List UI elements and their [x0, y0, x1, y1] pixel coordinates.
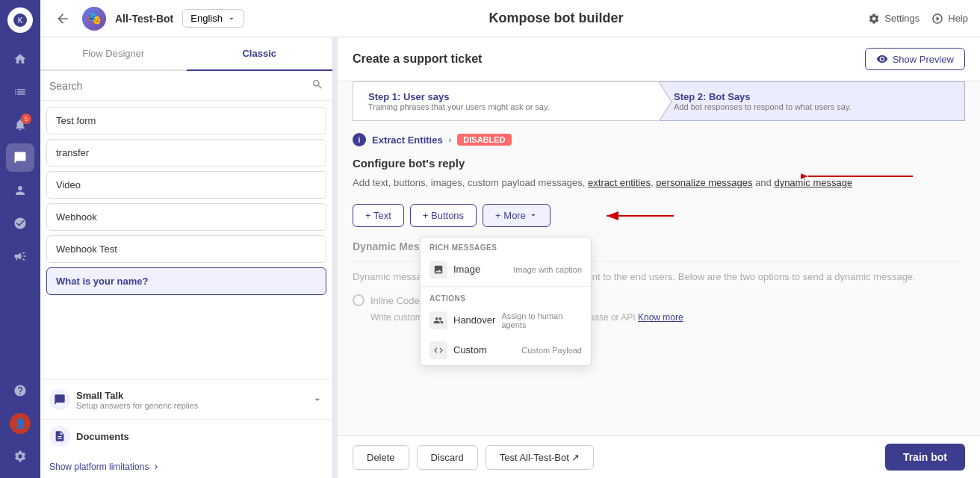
search-icon	[311, 78, 323, 93]
handover-desc: Assign to human agents	[501, 311, 582, 329]
search-bar	[40, 71, 332, 101]
search-input[interactable]	[49, 80, 306, 92]
test-btn-label: Test All-Test-Bot ↗	[500, 452, 580, 463]
delete-button[interactable]: Delete	[353, 445, 409, 470]
red-arrow-annotation	[592, 201, 681, 231]
buttons-button[interactable]: + Buttons	[410, 204, 477, 227]
image-icon	[429, 261, 447, 279]
tab-classic[interactable]: Classic	[187, 37, 333, 71]
language-label: English	[190, 13, 223, 24]
steps-bar: Step 1: User says Training phrases that …	[353, 81, 965, 121]
step-1-box[interactable]: Step 1: User says Training phrases that …	[353, 81, 659, 121]
nav-conversations[interactable]	[6, 143, 34, 172]
custom-icon	[429, 341, 447, 359]
documents-icon	[49, 426, 70, 447]
nav-notifications[interactable]: 5	[6, 111, 34, 139]
show-platform-limitations[interactable]: Show platform limitations	[40, 456, 332, 478]
step1-desc: Training phrases that your users might a…	[368, 102, 644, 111]
content-area: Flow Designer Classic Test form transfer…	[40, 37, 980, 478]
back-button[interactable]	[52, 8, 73, 29]
notification-badge: 5	[21, 114, 31, 124]
nav-bots[interactable]	[6, 209, 34, 238]
info-icon: i	[353, 133, 366, 146]
settings-label: Settings	[884, 13, 919, 24]
nav-reports[interactable]	[6, 376, 34, 405]
nav-settings[interactable]	[6, 442, 34, 471]
small-talk-header[interactable]: Small Talk Setup answers for generic rep…	[49, 389, 323, 410]
custom-desc: Custom Payload	[521, 346, 582, 355]
configure-title: Configure bot's reply	[353, 157, 965, 170]
dynamic-message-link[interactable]: dynamic message	[774, 177, 852, 188]
text-button[interactable]: + Text	[353, 204, 404, 227]
small-talk-sub: Setup answers for generic replies	[76, 401, 306, 410]
bot-name: All-Test-Bot	[115, 13, 173, 25]
panel-content: i Extract Entities › DISABLED Configure …	[338, 133, 980, 435]
main-panel: Create a support ticket Show Preview Ste…	[338, 37, 980, 478]
step2-title: Step 2: Bot Says	[674, 91, 949, 102]
app-logo[interactable]: K	[7, 7, 33, 33]
intent-item-webhook[interactable]: Webhook	[46, 203, 326, 231]
step1-title: Step 1: User says	[368, 91, 644, 102]
personalize-link[interactable]: personalize messages	[656, 177, 752, 188]
image-label: Image	[453, 264, 507, 275]
buttons-btn-label: + Buttons	[423, 210, 464, 221]
disabled-badge: DISABLED	[457, 134, 511, 146]
intent-list: Test form transfer Video Webhook Webhook…	[40, 101, 332, 379]
header-actions: Settings Help	[868, 13, 968, 25]
configure-desc: Add text, buttons, images, custom payloa…	[353, 176, 965, 190]
main-container: 🎭 All-Test-Bot English Kompose bot build…	[40, 0, 980, 478]
more-btn-label: + More	[495, 210, 526, 221]
dropdown-handover-item[interactable]: Handover Assign to human agents	[421, 305, 591, 335]
image-desc: Image with caption	[513, 265, 582, 274]
test-button[interactable]: Test All-Test-Bot ↗	[486, 445, 595, 470]
intent-item-test-form[interactable]: Test form	[46, 107, 326, 134]
sidebar: Flow Designer Classic Test form transfer…	[40, 37, 333, 478]
action-buttons: + Text + Buttons + More	[353, 204, 965, 227]
icon-bar: K 5 👤	[0, 0, 40, 478]
help-button[interactable]: Help	[931, 13, 968, 25]
step-2-box[interactable]: Step 2: Bot Says Add bot responses to re…	[659, 81, 965, 121]
settings-button[interactable]: Settings	[868, 13, 919, 25]
small-talk-title: Small Talk	[76, 390, 306, 401]
bot-avatar: 🎭	[82, 7, 106, 31]
small-talk-chevron	[311, 394, 323, 406]
nav-analytics[interactable]	[6, 78, 34, 106]
text-btn-label: + Text	[365, 210, 391, 221]
discard-button[interactable]: Discard	[417, 445, 478, 470]
intent-item-transfer[interactable]: transfer	[46, 139, 326, 167]
small-talk-icon	[49, 389, 70, 410]
train-bot-button[interactable]: Train bot	[885, 444, 965, 471]
show-preview-button[interactable]: Show Preview	[865, 48, 965, 70]
panel-title: Create a support ticket	[353, 52, 482, 66]
documents-header[interactable]: Documents	[49, 426, 323, 447]
know-more-link[interactable]: Know more	[638, 312, 683, 323]
platform-limits-label: Show platform limitations	[49, 462, 149, 472]
more-button[interactable]: + More	[483, 204, 551, 227]
nav-contacts[interactable]	[6, 176, 34, 205]
documents-title: Documents	[76, 431, 323, 442]
intent-item-webhook-test[interactable]: Webhook Test	[46, 235, 326, 263]
nav-campaigns[interactable]	[6, 242, 34, 270]
nav-user-avatar[interactable]: 👤	[6, 409, 34, 438]
extract-entities-link-inline[interactable]: extract entities	[588, 177, 651, 188]
inline-code-radio[interactable]	[353, 294, 365, 306]
documents-section: Documents	[40, 419, 332, 456]
page-title: Kompose bot builder	[253, 10, 859, 26]
more-dropdown: RICH MESSAGES Image Image with caption A…	[420, 237, 592, 366]
dropdown-image-item[interactable]: Image Image with caption	[421, 255, 591, 285]
panel-header: Create a support ticket Show Preview	[338, 37, 980, 81]
rich-messages-header: RICH MESSAGES	[421, 238, 591, 255]
dropdown-custom-item[interactable]: Custom Custom Payload	[421, 335, 591, 365]
handover-icon	[429, 311, 447, 329]
documents-info: Documents	[76, 431, 323, 442]
small-talk-info: Small Talk Setup answers for generic rep…	[76, 390, 306, 410]
intent-item-video[interactable]: Video	[46, 171, 326, 199]
nav-home[interactable]	[6, 45, 34, 73]
dropdown-divider	[421, 286, 591, 287]
extract-entities-link[interactable]: Extract Entities	[372, 134, 443, 146]
tab-flow-designer[interactable]: Flow Designer	[40, 37, 187, 71]
intent-item-what-is-your-name[interactable]: What is your name?	[46, 267, 326, 295]
entities-row: i Extract Entities › DISABLED	[353, 133, 965, 146]
show-preview-label: Show Preview	[893, 54, 954, 65]
language-selector[interactable]: English	[182, 9, 244, 28]
